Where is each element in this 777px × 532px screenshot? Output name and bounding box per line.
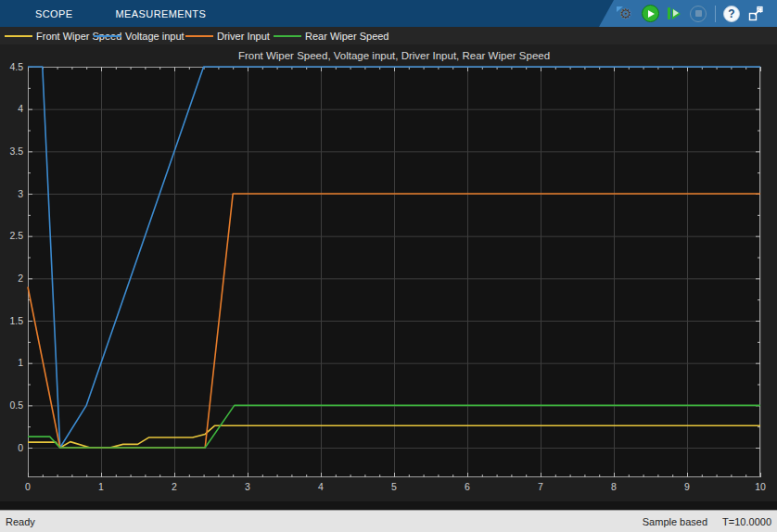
chart-title: Front Wiper Speed, Voltage input, Driver… xyxy=(238,50,550,61)
svg-text:5: 5 xyxy=(391,481,397,492)
toolbar-separator xyxy=(715,6,716,22)
stop-icon xyxy=(690,6,707,22)
status-gap xyxy=(0,501,777,510)
step-forward-icon xyxy=(668,7,670,19)
legend-line-sample xyxy=(274,35,301,37)
svg-text:2: 2 xyxy=(18,272,23,284)
svg-text:7: 7 xyxy=(538,481,543,492)
legend-label: Rear Wiper Speed xyxy=(305,31,389,42)
status-bar: Ready Sample based T=10.0000 xyxy=(0,510,777,532)
tab-measurements[interactable]: MEASUREMENTS xyxy=(107,0,216,27)
svg-text:4: 4 xyxy=(18,103,23,114)
scope-window: SCOPE MEASUREMENTS ⚙ ? xyxy=(0,0,777,532)
step-forward-button[interactable] xyxy=(664,4,684,24)
simulation-time-label: T=10.0000 xyxy=(722,516,771,527)
svg-text:0.5: 0.5 xyxy=(9,399,23,411)
plot-region: 01234567891000.511.522.533.544.5 Front W… xyxy=(0,44,777,501)
svg-text:0: 0 xyxy=(25,481,31,492)
sample-mode-label: Sample based xyxy=(643,516,707,527)
svg-text:2: 2 xyxy=(172,481,177,492)
help-icon: ? xyxy=(723,6,740,22)
legend-bar: Front Wiper SpeedVoltage inputDriver Inp… xyxy=(0,27,777,44)
legend-line-sample xyxy=(94,35,121,37)
run-button[interactable] xyxy=(640,4,660,24)
dock-button[interactable] xyxy=(745,4,766,24)
blue-flag-icon xyxy=(617,6,623,12)
help-button[interactable]: ? xyxy=(721,4,742,24)
svg-text:1.5: 1.5 xyxy=(9,315,23,326)
status-text: Ready xyxy=(6,516,643,527)
run-icon xyxy=(642,5,659,22)
svg-text:8: 8 xyxy=(611,481,617,492)
toolstrip-tab-bar: SCOPE MEASUREMENTS ⚙ ? xyxy=(0,0,777,27)
tab-scope[interactable]: SCOPE xyxy=(26,0,83,27)
stop-button[interactable] xyxy=(688,4,708,24)
svg-text:9: 9 xyxy=(684,481,690,492)
plot-area[interactable]: 01234567891000.511.522.533.544.5 Front W… xyxy=(0,44,777,501)
svg-text:2.5: 2.5 xyxy=(9,230,23,241)
svg-text:10: 10 xyxy=(755,481,766,492)
svg-text:3: 3 xyxy=(245,481,250,492)
svg-text:6: 6 xyxy=(465,481,470,492)
legend-item[interactable]: Rear Wiper Speed xyxy=(274,27,389,44)
legend-label: Driver Input xyxy=(217,31,270,42)
svg-text:1: 1 xyxy=(18,357,23,368)
svg-text:0: 0 xyxy=(18,442,23,453)
svg-text:1: 1 xyxy=(98,481,104,492)
svg-text:4: 4 xyxy=(318,481,324,492)
svg-text:4.5: 4.5 xyxy=(9,61,23,72)
simulation-settings-gear-icon[interactable]: ⚙ xyxy=(616,4,636,24)
legend-label: Voltage input xyxy=(125,31,185,42)
legend-item[interactable]: Driver Input xyxy=(185,27,270,44)
legend-line-sample xyxy=(185,35,213,37)
svg-text:3.5: 3.5 xyxy=(9,146,23,157)
legend-line-sample xyxy=(5,35,32,37)
chart-canvas: 01234567891000.511.522.533.544.5 xyxy=(9,61,766,493)
svg-text:3: 3 xyxy=(18,188,23,199)
toolbar-icon-panel: ⚙ ? xyxy=(599,0,777,27)
dock-icon xyxy=(747,6,764,22)
